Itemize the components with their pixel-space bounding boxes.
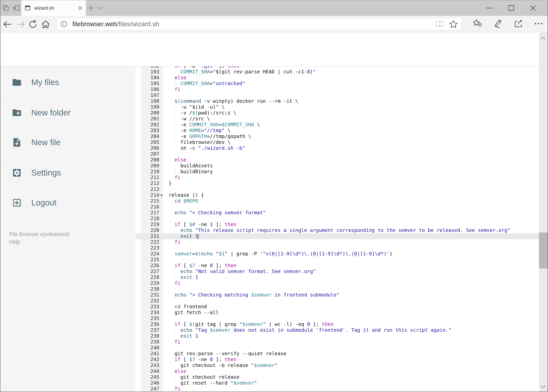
new-tab-button[interactable]	[88, 5, 94, 11]
code-line[interactable]: 209 buildAssets	[135, 163, 540, 169]
code-line[interactable]: 196 fi	[135, 86, 540, 92]
sidebar-item-settings[interactable]: Settings	[0, 163, 135, 182]
code-line[interactable]: 236 if [ $(git tag | grep "$semver" | wc…	[135, 321, 540, 327]
line-number: 232	[135, 298, 159, 304]
scroll-up-icon[interactable]	[540, 35, 546, 41]
code-line[interactable]: 243 git checkout -b release "$semver"	[135, 363, 540, 368]
set-aside-tabs-icon[interactable]	[13, 5, 20, 12]
code-line[interactable]: 216	[135, 204, 540, 210]
help-link[interactable]: Help	[9, 238, 69, 246]
window-minimize-button[interactable]	[478, 0, 500, 16]
code-line[interactable]: 224 semver=$(echo "$1" | grep -P '^v(0|[…	[135, 251, 540, 257]
code-line[interactable]: 235	[135, 315, 540, 321]
code-text: echo "> Checking matching $semver in fro…	[159, 292, 340, 298]
code-line[interactable]: 213	[135, 186, 540, 192]
line-number: 233	[135, 304, 159, 310]
line-number: 204	[135, 133, 159, 139]
sidebar-item-logout[interactable]: Logout	[0, 193, 135, 212]
url-bar[interactable]: filebrowser.web/files/wizard.sh	[57, 18, 462, 30]
code-editor[interactable]: 192 if [ -d ".git" ]; then193 COMMIT_SHA…	[135, 66, 540, 392]
code-line[interactable]: 218	[135, 216, 540, 222]
code-line[interactable]: 204 -e GOPATH=//tmp/gopath \	[135, 133, 540, 139]
tab-preview-icon[interactable]	[2, 5, 9, 12]
code-line[interactable]: 201 -w //src \	[135, 116, 540, 122]
code-line[interactable]: 241 git rev-parse --verify --quiet relea…	[135, 351, 540, 357]
code-line[interactable]: 199 -u "$(id -u)" \	[135, 104, 540, 110]
browser-tab[interactable]: wizard.sh	[21, 0, 86, 16]
code-line[interactable]: 247 fi	[135, 386, 540, 392]
url-text[interactable]: filebrowser.web/files/wizard.sh	[72, 20, 436, 28]
sidebar-item-new-folder[interactable]: New folder	[0, 103, 135, 122]
sidebar-item-label: Logout	[31, 198, 56, 207]
sidebar-item-new-file[interactable]: New file	[0, 133, 135, 152]
tab-close-icon[interactable]	[78, 6, 83, 11]
code-line[interactable]: 197	[135, 92, 540, 98]
line-number: 234	[135, 310, 159, 315]
page-scrollbar[interactable]	[539, 33, 548, 392]
code-line[interactable]: 222 fi	[135, 239, 540, 245]
code-line[interactable]: 231 echo "> Checking matching $semver in…	[135, 292, 540, 298]
line-number: 215	[135, 198, 159, 204]
code-line[interactable]: 230	[135, 286, 540, 292]
code-line[interactable]: 233 cd frontend	[135, 304, 540, 310]
code-line[interactable]: 240	[135, 345, 540, 351]
line-number: 216	[135, 204, 159, 210]
favorite-star-icon[interactable]	[449, 20, 458, 28]
code-line[interactable]: 242 if [ $? -ne 0 ]; then	[135, 357, 540, 363]
code-line[interactable]: 227 echo "Not valid semver format. See s…	[135, 268, 540, 274]
code-line[interactable]: 202 -e COMMIT_SHA=$COMMIT_SHA \	[135, 122, 540, 128]
code-line[interactable]: 198 $(command -v winpty) docker run --rm…	[135, 98, 540, 104]
code-line[interactable]: 217 echo "> Checking semver format"	[135, 210, 540, 216]
tab-preview-chevron-icon[interactable]	[98, 4, 104, 10]
code-line[interactable]: 246 git reset --hard "$semver"	[135, 380, 540, 386]
code-line[interactable]: 239 fi	[135, 339, 540, 345]
code-line[interactable]: 225	[135, 257, 540, 263]
scroll-down-icon[interactable]	[540, 383, 546, 389]
code-line[interactable]: 215 cd $REPO	[135, 198, 540, 204]
code-line[interactable]: 220 echo "This release script requires a…	[135, 227, 540, 233]
window-maximize-button[interactable]	[500, 0, 522, 16]
site-info-icon[interactable]	[60, 20, 68, 28]
code-line[interactable]: 195 COMMIT_SHA="untracked"	[135, 81, 540, 86]
code-line[interactable]: 208 else	[135, 157, 540, 163]
more-ellipsis-icon[interactable]	[534, 19, 543, 29]
scrollbar-thumb[interactable]	[539, 232, 548, 268]
code-line[interactable]: 192 if [ -d ".git" ]; then	[135, 66, 540, 69]
code-line[interactable]: 223	[135, 245, 540, 251]
line-number: 211	[135, 175, 159, 181]
window-close-button[interactable]	[522, 0, 544, 16]
code-text: exit 1	[159, 233, 198, 239]
sidebar-item-my-files[interactable]: My files	[0, 73, 135, 92]
code-line[interactable]: 203 -e HOME="//tmp" \	[135, 128, 540, 133]
code-line[interactable]: 232	[135, 298, 540, 304]
share-icon[interactable]	[513, 19, 523, 29]
home-button[interactable]	[41, 19, 50, 29]
code-line[interactable]: 194 else	[135, 75, 540, 81]
code-line[interactable]: 237 echo "Tag $semver does not exist in …	[135, 327, 540, 333]
code-line[interactable]: 219 if [ $# -ne 1 ]; then	[135, 222, 540, 227]
code-line[interactable]: 221 exit 1	[135, 233, 540, 239]
code-line[interactable]: 226 if [ $? -ne 0 ]; then	[135, 263, 540, 268]
code-line[interactable]: 193 COMMIT_SHA="$(git rev-parse HEAD | c…	[135, 69, 540, 75]
code-line[interactable]: 207	[135, 151, 540, 157]
code-line[interactable]: 228 exit 1	[135, 274, 540, 280]
code-line[interactable]: 245 git checkout release	[135, 374, 540, 380]
hub-favorites-icon[interactable]	[473, 19, 482, 29]
line-number: 195	[135, 81, 159, 86]
code-line[interactable]: 205 filebrowser/dev \	[135, 139, 540, 145]
code-line[interactable]: 211 fi	[135, 175, 540, 181]
code-line[interactable]: 212}	[135, 181, 540, 186]
code-line[interactable]: 210 buildBinary	[135, 169, 540, 175]
refresh-button[interactable]	[28, 19, 38, 29]
back-button[interactable]	[3, 19, 13, 29]
code-line[interactable]: 229 fi	[135, 280, 540, 286]
forward-button[interactable]	[16, 19, 25, 29]
code-line[interactable]: 234 git fetch --all	[135, 310, 540, 315]
code-line[interactable]: 238 exit 1	[135, 333, 540, 339]
code-line[interactable]: 244 else	[135, 368, 540, 374]
code-line[interactable]: 214release () {	[135, 192, 540, 198]
code-line[interactable]: 206 sh -c "./wizard.sh -b"	[135, 145, 540, 151]
code-line[interactable]: 200 -v /$(pwd):/src:z \	[135, 110, 540, 116]
reading-view-icon[interactable]	[436, 20, 444, 28]
web-note-pen-icon[interactable]	[493, 19, 503, 29]
